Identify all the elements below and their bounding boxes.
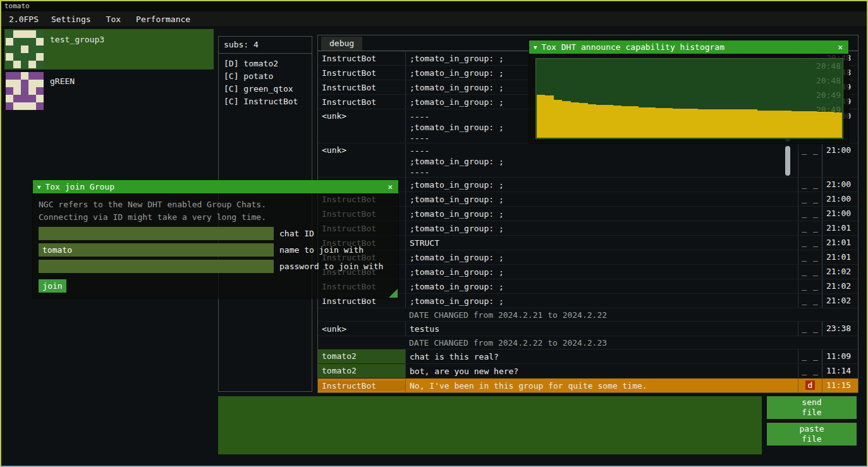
message-timestamp: 21:01 [822, 250, 858, 264]
occluded-timestamp: 20:48 [816, 59, 841, 73]
message-text[interactable]: ;tomato_in_group: ; [405, 265, 798, 279]
histogram-window-titlebar[interactable]: ▼ Tox DHT announce capability histogram … [529, 40, 848, 54]
date-changed-text: DATE CHANGED from 2024.2.21 to 2024.2.22 [405, 308, 798, 321]
member-item[interactable]: [C] InstructBot [224, 95, 307, 108]
histogram-window-title: Tox DHT announce capability histogram [541, 42, 832, 52]
join-button[interactable]: join [39, 279, 66, 293]
histogram-bar [715, 109, 723, 138]
message-text[interactable]: ;tomato_in_group: ; [405, 294, 798, 308]
message-flags: _ _ [798, 250, 822, 264]
join-group-window: ▼ Tox join Group ✕ NGC refers to the New… [33, 180, 398, 298]
avatar-cell [28, 45, 36, 53]
message-text[interactable]: ----;tomato_in_group: ;---- [405, 144, 798, 177]
avatar-cell [28, 80, 36, 87]
avatar-cell [36, 30, 44, 38]
member-item[interactable]: [C] green_qtox [224, 83, 307, 95]
histogram-bar [673, 109, 681, 138]
join-password-input[interactable] [39, 260, 274, 273]
group-item-gREEN[interactable]: gREEN [4, 71, 214, 111]
chat-message-row[interactable]: <unk>----;tomato_in_group: ;----_ _21:00 [318, 143, 858, 178]
send-file-button[interactable]: send file [767, 396, 857, 419]
group-item-test_group3[interactable]: test_group3 [4, 29, 214, 70]
message-text[interactable]: ;tomato_in_group: ; [405, 207, 798, 221]
histogram-bar [647, 107, 655, 138]
chat-message-row[interactable]: InstructBot;tomato_in_group: ;_ _21:02 [318, 294, 858, 308]
avatar-cell [36, 72, 44, 80]
paste-file-button[interactable]: paste file [767, 423, 857, 446]
chat-message-row[interactable]: <unk>testus_ _23:38 [318, 322, 858, 336]
avatar-cell [21, 87, 28, 95]
message-input[interactable] [218, 396, 762, 454]
message-flags: _ _ [798, 207, 822, 221]
message-text[interactable]: ;tomato_in_group: ; [405, 279, 798, 293]
sender-name: InstructBot [318, 68, 405, 78]
ngc-info-line-1: NGC refers to the New DHT enabled Group … [39, 198, 393, 211]
histogram-bar [690, 109, 698, 138]
chat-message-row[interactable]: InstructBot;tomato_in_group: ;_ _21:00 [318, 207, 858, 221]
histogram-bar [545, 95, 553, 138]
menu-item-tox[interactable]: Tox [99, 13, 128, 26]
avatar-cell [28, 102, 36, 110]
message-timestamp: 21:02 [822, 279, 858, 293]
histogram-bar [630, 106, 639, 138]
histogram-window-body: 20:4820:4820:4920:49 [529, 54, 848, 143]
chat-message-row[interactable]: InstructBot;tomato_in_group: ;_ _21:02 [318, 279, 858, 294]
message-text[interactable]: ;tomato_in_group: ; [405, 178, 798, 191]
sender-name: <unk> [318, 144, 405, 155]
menu-item-performance[interactable]: Performance [129, 13, 197, 26]
histogram-plot[interactable]: 20:4820:4820:4920:49 [535, 58, 843, 139]
sender-name: InstructBot [318, 381, 405, 391]
avatar-cell [28, 30, 36, 38]
avatar-cell [36, 95, 44, 102]
avatar-cell [36, 45, 44, 53]
message-flags: _ _ [798, 265, 822, 279]
chat-message-row[interactable]: tomato2chat is this real?_ _11:09 [318, 349, 858, 364]
avatar-cell [28, 95, 36, 102]
member-item[interactable]: [D] tomato2 [224, 58, 307, 70]
message-text[interactable]: chat is this real? [405, 349, 798, 363]
message-flags: _ _ [798, 192, 822, 206]
message-text[interactable]: ;tomato_in_group: ; [405, 250, 798, 264]
resize-grip[interactable] [389, 289, 398, 298]
tab-debug[interactable]: debug [321, 37, 362, 51]
chat-message-row[interactable]: InstructBot;tomato_in_group: ;_ _21:01 [318, 250, 858, 265]
avatar-cell [6, 87, 13, 95]
join-window-titlebar[interactable]: ▼ Tox join Group ✕ [33, 180, 398, 193]
histogram-bar [792, 111, 800, 138]
message-text[interactable]: ;tomato_in_group: ; [405, 221, 798, 235]
avatar-cell [28, 53, 36, 61]
message-text[interactable]: STRUCT [405, 236, 798, 250]
chat-message-row[interactable]: InstructBot;tomato_in_group: ;_ _21:00 [318, 192, 858, 207]
message-text[interactable]: testus [405, 322, 798, 336]
collapse-arrow-icon[interactable]: ▼ [534, 44, 537, 51]
message-scrollbar[interactable] [785, 146, 790, 176]
collapse-arrow-icon[interactable]: ▼ [37, 184, 40, 190]
message-flags: _ _ [798, 279, 822, 293]
occluded-timestamp: 20:49 [816, 102, 841, 117]
close-icon[interactable]: ✕ [386, 182, 394, 191]
avatar-cell [6, 95, 13, 102]
join-password-label: password to join with [279, 262, 383, 271]
message-flags: _ _ [798, 144, 822, 177]
join-name-input[interactable] [39, 243, 274, 257]
chat-message-row[interactable]: InstructBot;tomato_in_group: ;_ _21:01 [318, 221, 858, 236]
message-text[interactable]: bot, are you new here? [405, 364, 798, 378]
close-icon[interactable]: ✕ [836, 42, 844, 52]
message-text[interactable]: ;tomato_in_group: ; [405, 192, 798, 206]
chat-message-row[interactable]: InstructBot;tomato_in_group: ;_ _21:02 [318, 265, 858, 279]
menu-item-settings[interactable]: Settings [44, 13, 98, 26]
avatar-cell [28, 72, 36, 80]
chat-id-input[interactable] [39, 227, 274, 240]
group-avatar-icon [6, 72, 44, 110]
chat-message-row[interactable]: InstructBotSTRUCT_ _21:01 [318, 236, 858, 250]
avatar-cell [6, 72, 13, 80]
chat-message-row[interactable]: InstructBotNo, I've been in this group f… [318, 379, 858, 392]
histogram-bar [723, 109, 731, 138]
chat-message-row[interactable]: tomato2bot, are you new here?_ _11:14 [318, 364, 858, 379]
chat-message-row[interactable]: InstructBot;tomato_in_group: ;_ _21:00 [318, 178, 858, 192]
member-item[interactable]: [C] potato [224, 70, 307, 83]
histogram-bar [588, 104, 596, 138]
message-text[interactable]: No, I've been in this group for quite so… [405, 379, 798, 392]
avatar-cell [6, 102, 13, 110]
message-timestamp: 21:02 [822, 265, 858, 279]
